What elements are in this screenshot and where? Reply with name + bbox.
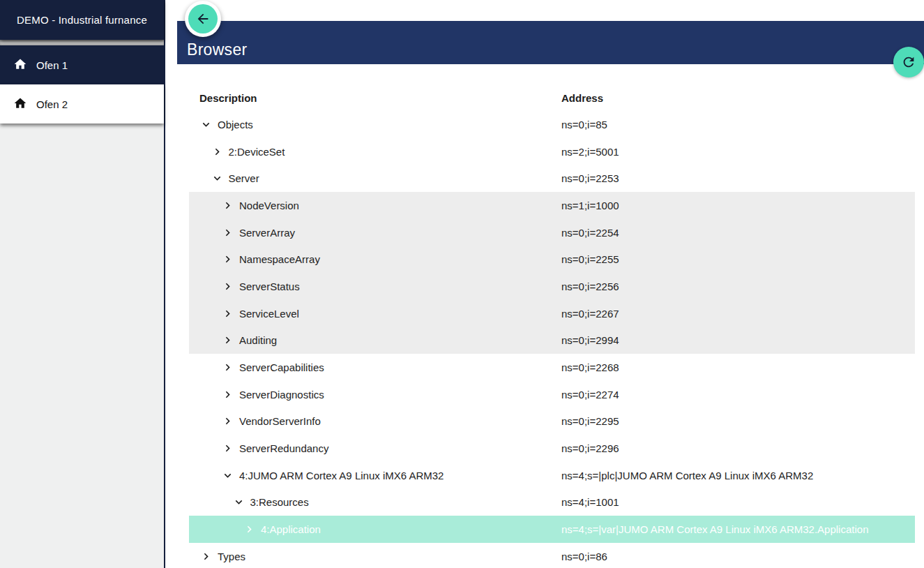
tree-row-address: ns=0;i=2994 [561, 334, 915, 346]
tree-row[interactable]: ServerCapabilitiesns=0;i=2268 [189, 354, 915, 381]
sidebar-item-label: Ofen 2 [36, 98, 68, 110]
column-header-description: Description [189, 92, 561, 104]
tree-row[interactable]: ServerRedundancyns=0;i=2296 [189, 435, 915, 462]
tree-row-address: ns=4;i=1001 [561, 496, 915, 508]
chevron-right-icon[interactable] [221, 226, 234, 239]
tree-row[interactable]: 4:Applicationns=4;s=|var|JUMO ARM Cortex… [189, 516, 915, 543]
tree-row-address: ns=4;s=|plc|JUMO ARM Cortex A9 Linux iMX… [561, 470, 915, 481]
refresh-button-disc [893, 47, 924, 77]
node-tree-table: Description Address Objectsns=0;i=852:De… [189, 85, 915, 568]
chevron-right-icon[interactable] [211, 145, 224, 158]
tree-row-label: ServiceLevel [239, 308, 299, 320]
tree-row-description-cell: Server [189, 172, 561, 185]
chevron-right-icon[interactable] [221, 307, 234, 320]
chevron-down-icon[interactable] [221, 469, 234, 482]
sidebar-nav: Ofen 1 Ofen 2 [0, 45, 164, 124]
back-arrow-icon [195, 11, 211, 27]
tree-row[interactable]: ServerDiagnosticsns=0;i=2274 [189, 381, 915, 408]
home-icon [13, 96, 27, 112]
tree-row-description-cell: NamespaceArray [189, 253, 561, 266]
tree-row[interactable]: ServerArrayns=0;i=2254 [189, 219, 915, 246]
refresh-button[interactable] [893, 47, 924, 77]
tree-row-label: NodeVersion [239, 200, 299, 211]
main-area: Browser Description Address [167, 0, 924, 568]
app-title: DEMO - Industrial furnance [0, 0, 164, 40]
tree-row[interactable]: VendorServerInfons=0;i=2295 [189, 408, 915, 435]
sidebar-item-label: Ofen 1 [36, 59, 68, 71]
chevron-right-icon[interactable] [243, 523, 256, 536]
tree-row-description-cell: 4:JUMO ARM Cortex A9 Linux iMX6 ARM32 [189, 469, 561, 482]
tree-row-label: Objects [218, 119, 253, 130]
tree-row-address: ns=0;i=2274 [561, 389, 915, 401]
tree-row-description-cell: ServerDiagnostics [189, 388, 561, 401]
tree-row-address: ns=0;i=86 [561, 551, 915, 562]
tree-row[interactable]: 3:Resourcesns=4;i=1001 [189, 489, 915, 516]
tree-row-label: 3:Resources [250, 496, 309, 508]
tree-row-address: ns=4;s=|var|JUMO ARM Cortex A9 Linux iMX… [561, 523, 915, 535]
tree-row[interactable]: Serverns=0;i=2253 [189, 165, 915, 192]
tree-row-description-cell: 2:DeviceSet [189, 145, 561, 158]
tree-row[interactable]: ServerStatusns=0;i=2256 [189, 273, 915, 300]
tree-row-label: Auditing [239, 334, 277, 346]
tree-row[interactable]: NodeVersionns=1;i=1000 [189, 192, 915, 219]
sidebar: DEMO - Industrial furnance Ofen 1 Ofen 2 [0, 0, 165, 568]
chevron-right-icon[interactable] [221, 442, 234, 455]
tree-row-address: ns=0;i=2295 [561, 415, 915, 427]
tree-row-address: ns=0;i=2268 [561, 361, 915, 373]
tree-row-address: ns=0;i=2253 [561, 172, 915, 184]
back-button[interactable] [185, 1, 221, 37]
tree-row-description-cell: ServerStatus [189, 280, 561, 293]
sidebar-divider [0, 40, 164, 45]
table-header-row: Description Address [189, 85, 915, 111]
tree-row-address: ns=1;i=1000 [561, 200, 915, 211]
sidebar-item-ofen-1[interactable]: Ofen 1 [0, 45, 164, 84]
tree-row[interactable]: ServiceLevelns=0;i=2267 [189, 300, 915, 327]
tree-row[interactable]: NamespaceArrayns=0;i=2255 [189, 246, 915, 273]
sidebar-item-ofen-2[interactable]: Ofen 2 [0, 84, 164, 124]
chevron-right-icon[interactable] [199, 550, 213, 563]
back-button-disc [188, 4, 218, 33]
chevron-down-icon[interactable] [199, 118, 213, 131]
tree-row-address: ns=0;i=2254 [561, 227, 915, 239]
chevron-down-icon[interactable] [211, 172, 224, 185]
tree-row-description-cell: ServerArray [189, 226, 561, 239]
chevron-right-icon[interactable] [221, 361, 234, 374]
tree-row[interactable]: 4:JUMO ARM Cortex A9 Linux iMX6 ARM32ns=… [189, 462, 915, 489]
column-header-address: Address [561, 92, 915, 104]
tree-row-label: 2:DeviceSet [229, 146, 285, 158]
tree-row-address: ns=0;i=2296 [561, 442, 915, 454]
home-icon [13, 57, 27, 73]
tree-rows: Objectsns=0;i=852:DeviceSetns=2;i=5001Se… [189, 111, 915, 568]
tree-row[interactable]: Typesns=0;i=86 [189, 543, 915, 568]
browser-header: Browser [177, 21, 924, 64]
tree-row-label: 4:JUMO ARM Cortex A9 Linux iMX6 ARM32 [239, 470, 444, 481]
page-title: Browser [187, 40, 247, 59]
chevron-right-icon[interactable] [221, 388, 234, 401]
chevron-right-icon[interactable] [221, 199, 234, 212]
tree-row-address: ns=0;i=2255 [561, 253, 915, 265]
tree-row[interactable]: Objectsns=0;i=85 [189, 111, 915, 138]
refresh-icon [901, 54, 916, 70]
chevron-right-icon[interactable] [221, 253, 234, 266]
tree-row-description-cell: NodeVersion [189, 199, 561, 212]
tree-row[interactable]: Auditingns=0;i=2994 [189, 327, 915, 354]
tree-row-label: ServerArray [239, 227, 295, 239]
tree-row-description-cell: Auditing [189, 334, 561, 347]
tree-row-description-cell: VendorServerInfo [189, 414, 561, 428]
tree-row-description-cell: 4:Application [189, 523, 561, 536]
chevron-right-icon[interactable] [221, 414, 234, 428]
tree-row-description-cell: ServerRedundancy [189, 442, 561, 455]
tree-row-label: ServerCapabilities [239, 361, 324, 373]
chevron-right-icon[interactable] [221, 280, 234, 293]
chevron-right-icon[interactable] [221, 334, 234, 347]
tree-row-label: 4:Application [261, 523, 321, 535]
tree-row[interactable]: 2:DeviceSetns=2;i=5001 [189, 138, 915, 165]
tree-row-address: ns=0;i=2256 [561, 281, 915, 292]
tree-row-description-cell: Objects [189, 118, 561, 131]
tree-row-label: Types [218, 551, 245, 562]
tree-row-label: ServerRedundancy [239, 442, 328, 454]
tree-row-description-cell: ServiceLevel [189, 307, 561, 320]
chevron-down-icon[interactable] [232, 495, 245, 509]
tree-row-description-cell: ServerCapabilities [189, 361, 561, 374]
tree-row-address: ns=0;i=85 [561, 119, 915, 130]
